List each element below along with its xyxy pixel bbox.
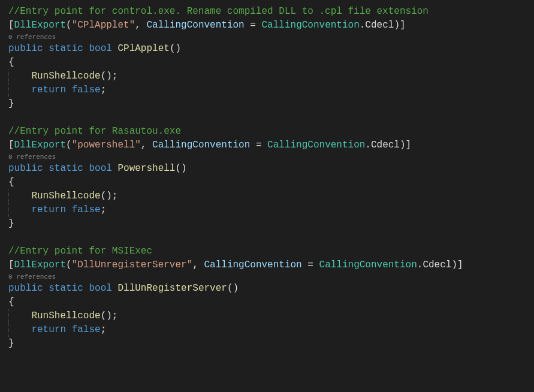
method-name: Powershell xyxy=(117,163,175,174)
sig-parens: () xyxy=(170,43,181,54)
attr-close: ] xyxy=(406,140,412,150)
brace-open: { xyxy=(8,57,14,68)
codelens-refs[interactable]: 0 references xyxy=(8,32,526,42)
call-parens: (); xyxy=(101,310,118,321)
kw-return: return xyxy=(31,324,66,335)
kw-static: static xyxy=(49,163,83,174)
attr-close: ] xyxy=(457,260,463,270)
brace-close: } xyxy=(8,218,14,229)
comma: , xyxy=(192,260,204,270)
paren: ) xyxy=(394,20,400,31)
paren: ( xyxy=(66,260,72,270)
kw-false: false xyxy=(72,85,101,95)
call-name: RunShellcode xyxy=(31,71,100,82)
dot: . xyxy=(360,20,366,31)
kw-public: public xyxy=(8,163,43,174)
call-name: RunShellcode xyxy=(31,310,100,321)
kw-static: static xyxy=(49,43,83,54)
enum-val: Cdecl xyxy=(365,20,394,31)
method-name: CPlApplet xyxy=(117,43,169,54)
comment-line: //Entry point for control.exe. Rename co… xyxy=(8,6,429,17)
brace-open: { xyxy=(8,177,14,188)
comment-line: //Entry point for MSIExec xyxy=(8,246,152,257)
kw-false: false xyxy=(72,204,101,215)
kw-bool: bool xyxy=(89,283,111,294)
code-editor: //Entry point for control.exe. Rename co… xyxy=(0,0,534,355)
attr-close: ] xyxy=(400,20,406,31)
brace-close: } xyxy=(8,338,14,349)
dot: . xyxy=(417,260,423,270)
equals: = xyxy=(245,20,262,31)
enum-val: Cdecl xyxy=(423,260,451,270)
attr-string: "CPlApplet" xyxy=(72,20,135,31)
comment-line: //Entry point for Rasautou.exe xyxy=(8,126,181,137)
enum-type: CallingConvention xyxy=(262,20,360,31)
semi: ; xyxy=(101,204,107,215)
attr-string: "powershell" xyxy=(72,140,141,150)
codelens-refs[interactable]: 0 references xyxy=(8,152,526,162)
attr-string: "DllUnregisterServer" xyxy=(72,260,193,270)
enum-type: CallingConvention xyxy=(267,140,365,150)
kw-return: return xyxy=(31,85,66,95)
attr-argname: CallingConvention xyxy=(152,140,250,150)
enum-val: Cdecl xyxy=(371,140,400,150)
semi: ; xyxy=(101,324,107,335)
attr-open: [ xyxy=(8,20,14,31)
call-parens: (); xyxy=(101,71,118,82)
attr-argname: CallingConvention xyxy=(146,20,244,31)
attr-argname: CallingConvention xyxy=(204,260,301,270)
dot: . xyxy=(365,140,371,150)
comma: , xyxy=(135,20,146,31)
kw-bool: bool xyxy=(89,163,111,174)
attr-open: [ xyxy=(8,140,14,150)
codelens-refs[interactable]: 0 references xyxy=(8,272,526,282)
attr-type: DllExport xyxy=(14,260,66,270)
attr-open: [ xyxy=(8,260,14,270)
paren: ) xyxy=(451,260,457,270)
kw-bool: bool xyxy=(89,43,111,54)
kw-return: return xyxy=(31,204,66,215)
comma: , xyxy=(141,140,152,150)
brace-close: } xyxy=(8,98,14,109)
call-name: RunShellcode xyxy=(31,191,100,201)
semi: ; xyxy=(101,85,107,95)
kw-static: static xyxy=(49,283,83,294)
brace-open: { xyxy=(8,297,14,307)
kw-public: public xyxy=(8,43,43,54)
paren: ) xyxy=(400,140,406,150)
method-name: DllUnRegisterServer xyxy=(117,283,227,294)
paren: ( xyxy=(66,20,72,31)
kw-false: false xyxy=(72,324,101,335)
attr-type: DllExport xyxy=(14,20,66,31)
enum-type: CallingConvention xyxy=(319,260,417,270)
sig-parens: () xyxy=(227,283,239,294)
equals: = xyxy=(302,260,319,270)
call-parens: (); xyxy=(101,191,118,201)
equals: = xyxy=(250,140,267,150)
kw-public: public xyxy=(8,283,43,294)
paren: ( xyxy=(66,140,72,150)
attr-type: DllExport xyxy=(14,140,66,150)
sig-parens: () xyxy=(175,163,186,174)
